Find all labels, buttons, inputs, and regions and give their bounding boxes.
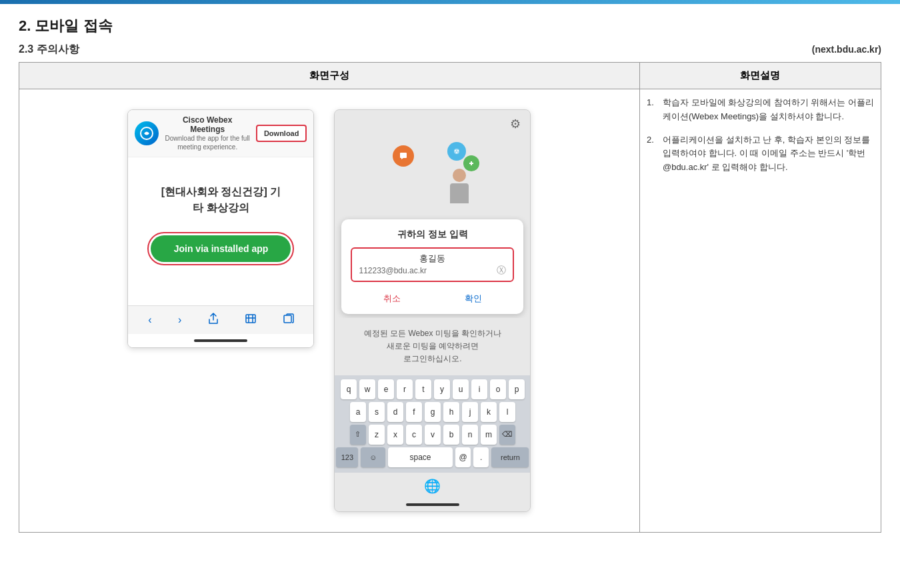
key-shift[interactable]: ⇧ bbox=[350, 425, 366, 445]
key-i[interactable]: i bbox=[471, 379, 487, 399]
page-container: 2. 모바일 접속 2.3 주의사항 (next.bdu.ac.kr) 화면구성… bbox=[0, 4, 900, 545]
col2-header: 화면설명 bbox=[639, 63, 881, 89]
section-header: 2.3 주의사항 (next.bdu.ac.kr) bbox=[19, 43, 881, 57]
key-v[interactable]: v bbox=[425, 425, 441, 445]
phone-browser-bar: ‹ › bbox=[128, 305, 313, 334]
key-d[interactable]: d bbox=[387, 402, 403, 422]
key-t[interactable]: t bbox=[415, 379, 431, 399]
webex-logo-icon bbox=[135, 121, 159, 145]
key-delete[interactable]: ⌫ bbox=[499, 425, 515, 445]
orange-circle-icon bbox=[393, 145, 414, 167]
key-w[interactable]: w bbox=[359, 379, 375, 399]
section-url: (next.bdu.ac.kr) bbox=[812, 44, 881, 55]
desc-num-2: 2. bbox=[647, 133, 657, 175]
modal-buttons: 취소 확인 bbox=[351, 289, 514, 309]
key-at[interactable]: @ bbox=[455, 447, 471, 467]
confirm-button[interactable]: 확인 bbox=[451, 289, 495, 309]
key-s[interactable]: s bbox=[369, 402, 385, 422]
description-cell: 1. 학습자 모바일에 화상강의에 참여하기 위해서는 어플리케이션(Webex… bbox=[639, 89, 881, 533]
share-icon[interactable] bbox=[208, 313, 219, 327]
clear-email-icon[interactable]: Ⓧ bbox=[497, 265, 506, 277]
col1-header: 화면구성 bbox=[19, 63, 640, 89]
key-return[interactable]: return bbox=[491, 447, 529, 467]
email-input-row: 112233@bdu.ac.kr Ⓧ bbox=[359, 265, 506, 277]
key-n[interactable]: n bbox=[462, 425, 478, 445]
phone2-bottom-bar: 🌐 bbox=[335, 473, 530, 499]
back-icon[interactable]: ‹ bbox=[148, 314, 151, 326]
phone2-top: ⚙ bbox=[335, 110, 530, 135]
desc-item-2: 2. 어플리케이션을 설치하고 난 후, 학습자 본인의 정보를 입력하여야 합… bbox=[647, 133, 874, 175]
key-j[interactable]: j bbox=[462, 402, 478, 422]
home-indicator-bar bbox=[128, 334, 313, 347]
desc-num-1: 1. bbox=[647, 96, 657, 124]
keyboard-row-4: 123 ☺ space @ . return bbox=[336, 447, 529, 467]
key-o[interactable]: o bbox=[490, 379, 506, 399]
spacer bbox=[128, 279, 313, 305]
description-list: 1. 학습자 모바일에 화상강의에 참여하기 위해서는 어플리케이션(Webex… bbox=[647, 96, 874, 175]
key-k[interactable]: k bbox=[481, 402, 497, 422]
phone-screen-1: Cisco Webex Meetings Download the app fo… bbox=[127, 109, 314, 348]
globe-icon: 🌐 bbox=[424, 478, 441, 494]
join-btn-wrapper: Join via installed app bbox=[147, 232, 294, 265]
meeting-title: [현대사회와 정신건강] 기타 화상강의 bbox=[138, 184, 303, 216]
key-h[interactable]: h bbox=[443, 402, 459, 422]
screenshot-cell: Cisco Webex Meetings Download the app fo… bbox=[19, 89, 640, 533]
key-z[interactable]: z bbox=[369, 425, 385, 445]
key-l[interactable]: l bbox=[499, 402, 515, 422]
cancel-button[interactable]: 취소 bbox=[370, 289, 414, 309]
key-space[interactable]: space bbox=[388, 447, 453, 467]
webex-app-name: Cisco Webex Meetings bbox=[164, 115, 250, 134]
phone2-graphic bbox=[335, 135, 530, 215]
settings-gear-icon[interactable]: ⚙ bbox=[510, 117, 521, 131]
phone-screen-2: ⚙ bbox=[334, 109, 531, 512]
keyboard-row-3: ⇧ z x c v b n m ⌫ bbox=[336, 425, 529, 445]
join-via-app-button[interactable]: Join via installed app bbox=[151, 235, 291, 262]
key-emoji[interactable]: ☺ bbox=[361, 447, 385, 467]
keyboard: q w e r t y u i o p bbox=[335, 375, 530, 473]
download-button[interactable]: Download bbox=[256, 125, 307, 142]
name-input-wrapper[interactable]: 홍길동 112233@bdu.ac.kr Ⓧ bbox=[351, 247, 514, 282]
info-input-modal: 귀하의 정보 입력 홍길동 112233@bdu.ac.kr Ⓧ 취소 bbox=[341, 219, 523, 314]
keyboard-row-2: a s d f g h j k l bbox=[336, 402, 529, 422]
key-u[interactable]: u bbox=[453, 379, 469, 399]
keyboard-row-1: q w e r t y u i o p bbox=[336, 379, 529, 399]
key-c[interactable]: c bbox=[406, 425, 422, 445]
key-a[interactable]: a bbox=[350, 402, 366, 422]
page-title: 2. 모바일 접속 bbox=[19, 16, 881, 36]
key-q[interactable]: q bbox=[341, 379, 357, 399]
svg-point-8 bbox=[455, 150, 456, 151]
phone2-home bbox=[335, 499, 530, 511]
bookmarks-icon[interactable] bbox=[245, 313, 257, 327]
svg-point-9 bbox=[457, 150, 459, 151]
tabs-icon[interactable] bbox=[283, 313, 294, 327]
key-g[interactable]: g bbox=[425, 402, 441, 422]
desc-item-1: 1. 학습자 모바일에 화상강의에 참여하기 위해서는 어플리케이션(Webex… bbox=[647, 96, 874, 124]
main-table: 화면구성 화면설명 bbox=[19, 62, 881, 533]
key-f[interactable]: f bbox=[406, 402, 422, 422]
key-dot[interactable]: . bbox=[473, 447, 489, 467]
key-p[interactable]: p bbox=[509, 379, 525, 399]
svg-rect-1 bbox=[246, 315, 255, 323]
middle-text-content: 예정된 모든 Webex 미팅을 확인하거나새로운 미팅을 예약하려면로그인하십… bbox=[364, 329, 501, 363]
phone-top-bar: Cisco Webex Meetings Download the app fo… bbox=[128, 110, 313, 157]
home-indicator-2 bbox=[406, 503, 459, 506]
phone-content: [현대사회와 정신건강] 기타 화상강의 Join via installed … bbox=[128, 157, 313, 279]
webex-app-info: Cisco Webex Meetings Download the app fo… bbox=[164, 115, 250, 151]
svg-rect-5 bbox=[284, 315, 291, 323]
key-r[interactable]: r bbox=[397, 379, 413, 399]
key-numbers[interactable]: 123 bbox=[336, 447, 358, 467]
key-b[interactable]: b bbox=[443, 425, 459, 445]
key-x[interactable]: x bbox=[387, 425, 403, 445]
email-input-value: 112233@bdu.ac.kr bbox=[359, 266, 427, 275]
key-m[interactable]: m bbox=[481, 425, 497, 445]
name-input-value: 홍길동 bbox=[359, 253, 506, 265]
teal-circle-icon bbox=[447, 142, 466, 161]
key-e[interactable]: e bbox=[378, 379, 394, 399]
screenshots-container: Cisco Webex Meetings Download the app fo… bbox=[26, 96, 633, 525]
svg-point-10 bbox=[456, 152, 457, 153]
forward-icon[interactable]: › bbox=[178, 314, 181, 326]
person-illustration bbox=[446, 169, 473, 209]
section-subtitle: 2.3 주의사항 bbox=[19, 43, 79, 57]
home-indicator bbox=[194, 339, 247, 342]
key-y[interactable]: y bbox=[434, 379, 450, 399]
